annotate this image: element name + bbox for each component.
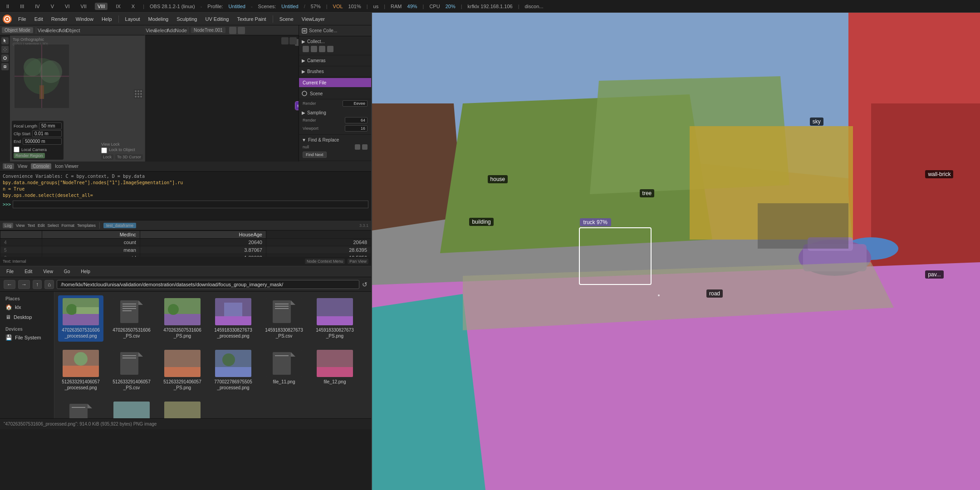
col-icon-3[interactable]	[319, 46, 325, 52]
console-view-btn[interactable]: View	[18, 164, 28, 169]
menu-help[interactable]: Help	[98, 15, 116, 23]
fm-menu-edit[interactable]: Edit	[21, 268, 36, 275]
find-icon[interactable]	[355, 144, 360, 150]
fm-back-btn[interactable]: ←	[4, 280, 15, 289]
fm-file-9[interactable]: 770022786975505_processed.png	[211, 347, 256, 393]
viewport-samples-input[interactable]	[345, 125, 368, 132]
svg-node[interactable]: svg.tclou..oup_imagery_mask/	[295, 101, 299, 110]
fm-menu-go[interactable]: Go	[60, 268, 74, 275]
fm-file-10[interactable]: file_11.png	[261, 347, 307, 393]
col-icon-1[interactable]	[303, 46, 309, 52]
fm-home-btn[interactable]: ⌂	[44, 280, 54, 289]
ss-templates-btn[interactable]: Templates	[77, 223, 96, 228]
fm-file-6[interactable]: 512633291406057_processed.png	[58, 347, 103, 393]
sys-tab-x[interactable]: X	[129, 3, 137, 10]
fm-file-0[interactable]: 470263507531606_processed.png	[58, 295, 103, 342]
sys-tab-5[interactable]: V	[48, 3, 57, 10]
place-item-filesystem[interactable]: 💾 File System	[0, 333, 54, 343]
menu-uv-editing[interactable]: UV Editing	[201, 15, 232, 23]
sampling-title[interactable]: ▶ Sampling	[299, 109, 371, 116]
fm-file-2[interactable]: 470263507531606_PS.png	[160, 295, 205, 342]
node-tree-selector[interactable]: NodeTree.001	[191, 27, 225, 33]
console-btn[interactable]: Console	[31, 163, 51, 169]
node-icon-3[interactable]	[281, 37, 289, 44]
node-add-btn[interactable]: Add	[167, 26, 175, 34]
fm-file-12[interactable]: file_13.csv	[58, 399, 103, 418]
rotate-tool[interactable]	[1, 54, 9, 62]
sys-tab-4[interactable]: IV	[32, 3, 42, 10]
object-btn[interactable]: Object	[69, 26, 77, 34]
sys-tab-7[interactable]: VII	[78, 3, 89, 10]
find-icon-2[interactable]	[362, 144, 368, 150]
menu-file[interactable]: File	[15, 15, 30, 23]
menu-texture-paint[interactable]: Texture Paint	[233, 15, 270, 23]
fm-file-4[interactable]: 145918330827673_PS.csv	[261, 295, 307, 342]
menu-layout[interactable]: Layout	[122, 15, 144, 23]
clip-end-input[interactable]	[23, 138, 62, 145]
render-engine-input[interactable]	[343, 100, 368, 107]
node-node-btn[interactable]: Node	[177, 26, 185, 34]
sys-tab-6[interactable]: VI	[62, 3, 72, 10]
brushes-title[interactable]: ▶ Brushes	[299, 68, 371, 75]
fm-path-input[interactable]	[57, 280, 359, 289]
menu-window[interactable]: Window	[72, 15, 97, 23]
render-region-btn[interactable]: Render Region	[14, 153, 45, 158]
fm-file-1[interactable]: 470263507531606_PS.csv	[109, 295, 154, 342]
sys-tab-3[interactable]: III	[17, 3, 27, 10]
place-item-klx[interactable]: 🏠 klx	[0, 302, 54, 312]
icon-viewer-btn[interactable]: Icon Viewer	[55, 164, 78, 169]
ss-select-btn[interactable]: Select	[47, 223, 59, 228]
node-icon-1[interactable]	[229, 27, 236, 34]
sys-tab-8[interactable]: VIII	[95, 3, 108, 10]
fm-up-btn[interactable]: ↑	[33, 280, 42, 289]
node-context-menu-btn[interactable]: Node Context Menu	[305, 259, 345, 264]
find-next-btn[interactable]: Find Next	[303, 152, 327, 158]
fm-file-3[interactable]: 145918330827673_processed.png	[211, 295, 256, 342]
local-camera-check[interactable]	[14, 147, 20, 152]
menu-edit[interactable]: Edit	[31, 15, 47, 23]
pan-view-btn[interactable]: Pan View	[348, 259, 368, 264]
ss-file-label[interactable]: test_dataframe	[103, 223, 136, 228]
current-file-item[interactable]: Current File	[299, 78, 371, 87]
fm-refresh-btn[interactable]: ↺	[362, 281, 368, 288]
ss-text-btn[interactable]: Text	[27, 223, 35, 228]
console-log-btn[interactable]: Log	[3, 163, 14, 169]
render-samples-input[interactable]	[345, 117, 368, 123]
node-select-btn[interactable]: Select	[157, 26, 165, 34]
focal-length-input[interactable]	[39, 122, 62, 129]
menu-scene[interactable]: Scene	[276, 15, 297, 23]
fm-file-5[interactable]: 145918330827673_PS.png	[312, 295, 358, 342]
lock-to-object-check[interactable]	[101, 147, 107, 153]
find-replace-title[interactable]: ▼ Find & Replace	[299, 137, 371, 143]
move-tool[interactable]	[1, 46, 9, 53]
scene-title[interactable]: Scene	[299, 90, 371, 97]
select-btn[interactable]: Select	[49, 26, 57, 34]
col-icon-4[interactable]	[327, 46, 333, 52]
fm-file-11[interactable]: file_12.png	[312, 347, 358, 393]
sys-tab-2[interactable]: II	[4, 3, 12, 10]
clip-start-input[interactable]	[32, 130, 62, 137]
console-input[interactable]	[13, 201, 368, 208]
ss-edit-btn[interactable]: Edit	[38, 223, 45, 228]
scale-tool[interactable]	[1, 63, 9, 70]
object-mode-btn[interactable]: Object Mode	[2, 27, 33, 33]
fm-forward-btn[interactable]: →	[18, 280, 30, 289]
ss-view-btn[interactable]: View	[16, 223, 24, 228]
fm-menu-view[interactable]: View	[39, 268, 57, 275]
fm-menu-help[interactable]: Help	[77, 268, 94, 275]
menu-render[interactable]: Render	[48, 15, 71, 23]
menu-viewlayer[interactable]: ViewLayer	[298, 15, 328, 23]
node-icon-4[interactable]	[289, 37, 297, 44]
sys-tab-9[interactable]: IX	[113, 3, 123, 10]
node-icon-2[interactable]	[238, 27, 245, 34]
fm-file-13[interactable]: file_14.png	[109, 399, 154, 418]
fm-file-14[interactable]: file_15.png	[160, 399, 205, 418]
place-item-desktop[interactable]: 🖥 Desktop	[0, 312, 54, 322]
ss-log-btn[interactable]: Log	[3, 223, 13, 228]
fm-file-7[interactable]: 512633291406057_PS.csv	[109, 347, 154, 393]
cameras-title[interactable]: ▶ Cameras	[299, 57, 371, 64]
fm-menu-file[interactable]: File	[3, 268, 17, 275]
ss-format-btn[interactable]: Format	[61, 223, 74, 228]
menu-modeling[interactable]: Modeling	[145, 15, 172, 23]
cursor-tool[interactable]	[1, 37, 9, 44]
